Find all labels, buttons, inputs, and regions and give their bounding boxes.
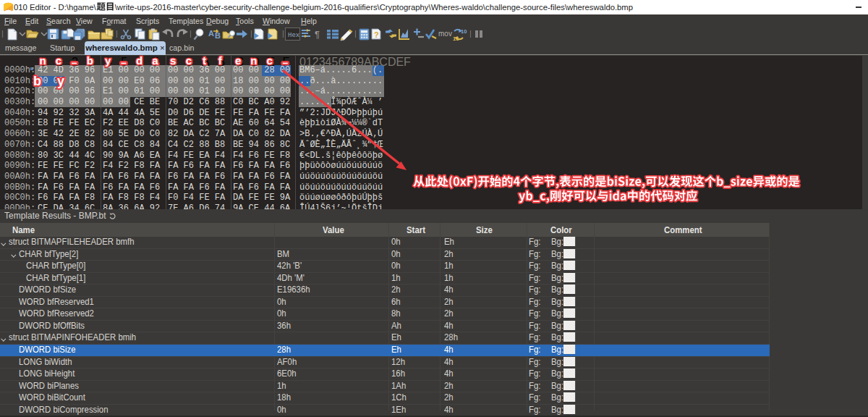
svg-text:16: 16	[453, 35, 459, 41]
svg-text:A: A	[208, 29, 214, 38]
svg-text:B: B	[215, 31, 221, 40]
svg-text:Hex: Hex	[288, 31, 299, 38]
svg-text:10: 10	[461, 28, 467, 35]
svg-text:?: ?	[374, 30, 379, 38]
svg-text:¶: ¶	[315, 29, 320, 40]
svg-text:mov: mov	[438, 30, 452, 38]
